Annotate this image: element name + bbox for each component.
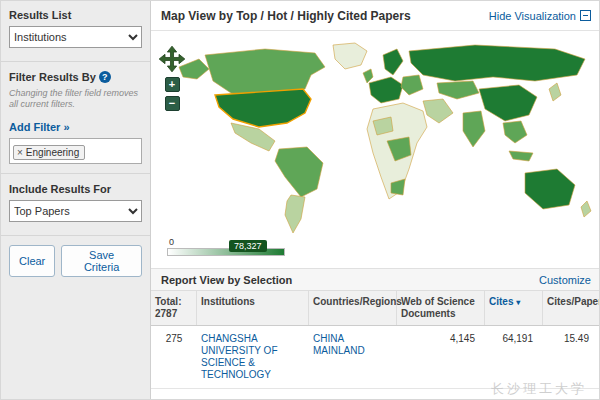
- sidebar-divider: [1, 61, 150, 62]
- cell-cites-per-paper: 15.49: [543, 326, 599, 388]
- cell-total: 275: [151, 326, 197, 388]
- map-region-greenland[interactable]: [333, 43, 367, 69]
- column-header-institutions: Institutions: [197, 291, 309, 325]
- map-region-scandinavia[interactable]: [383, 49, 403, 75]
- customize-link[interactable]: Customize: [539, 274, 591, 286]
- map-header: Map View by Top / Hot / Highly Cited Pap…: [151, 1, 600, 31]
- include-results-label: Include Results For: [9, 183, 142, 195]
- table-header-row: Total: 2787 Institutions Countries/Regio…: [151, 291, 600, 326]
- include-results-select[interactable]: Top Papers: [9, 200, 142, 222]
- map-region-argentina[interactable]: [285, 195, 305, 233]
- cell-country-link[interactable]: CHINA MAINLAND: [309, 326, 397, 388]
- map-region-india[interactable]: [463, 111, 485, 147]
- watermark-text: 长沙理工大学: [491, 380, 587, 398]
- save-criteria-button[interactable]: Save Criteria: [61, 245, 142, 277]
- hide-visualization-label: Hide Visualization: [489, 10, 576, 22]
- column-header-cites-per-paper: Cites/Paper: [543, 291, 599, 325]
- map-region-east-europe[interactable]: [401, 75, 423, 95]
- map-controls: + −: [157, 45, 187, 111]
- map-region-australia[interactable]: [525, 169, 575, 209]
- map-legend: 0 78,327: [167, 242, 317, 258]
- zoom-in-button[interactable]: +: [165, 77, 180, 92]
- legend-min-value: 0: [169, 237, 174, 247]
- map-region-japan[interactable]: [549, 83, 561, 101]
- map-region-new-zealand[interactable]: [581, 201, 591, 217]
- map-region-russia[interactable]: [409, 45, 585, 81]
- clear-button[interactable]: Clear: [9, 245, 55, 277]
- filter-tag-label: Engineering: [26, 147, 79, 158]
- map-region-middle-east[interactable]: [423, 99, 453, 123]
- sidebar: Results List Institutions Filter Results…: [1, 1, 151, 400]
- sort-desc-icon: ▾: [516, 298, 520, 307]
- esi-app-window: Results List Institutions Filter Results…: [0, 0, 600, 400]
- add-filter-link[interactable]: Add Filter »: [9, 121, 70, 133]
- column-header-total: Total: 2787: [151, 291, 197, 325]
- main-panel: Map View by Top / Hot / Highly Cited Pap…: [151, 1, 600, 400]
- column-header-cites-label: Cites: [489, 296, 513, 307]
- zoom-out-button[interactable]: −: [165, 96, 180, 111]
- pan-control[interactable]: [158, 45, 186, 73]
- legend-gradient-bar: [167, 248, 285, 256]
- map-region-se-asia[interactable]: [503, 121, 527, 143]
- filter-note: Changing the filter field removes all cu…: [9, 88, 142, 111]
- report-header: Report View by Selection Customize: [151, 269, 600, 291]
- map-region-canada[interactable]: [205, 49, 325, 95]
- map-region-uk[interactable]: [363, 69, 373, 83]
- remove-filter-icon[interactable]: ×: [17, 147, 23, 158]
- map-visualization: + −: [151, 31, 600, 269]
- filter-by-label: Filter Results By?: [9, 71, 142, 83]
- help-icon[interactable]: ?: [99, 71, 111, 83]
- collapse-icon: [580, 10, 591, 21]
- map-region-usa[interactable]: [215, 89, 311, 127]
- sidebar-divider: [1, 235, 150, 236]
- sidebar-buttons: Clear Save Criteria: [9, 245, 142, 277]
- map-region-brazil[interactable]: [275, 147, 323, 197]
- cell-institution-link[interactable]: CHANGSHA UNIVERSITY OF SCIENCE & TECHNOL…: [197, 326, 309, 388]
- active-filters-box: × Engineering: [9, 138, 142, 164]
- filter-by-label-text: Filter Results By: [9, 71, 96, 83]
- cell-cites: 64,191: [485, 326, 543, 388]
- map-region-europe[interactable]: [369, 77, 403, 103]
- filter-tag-engineering[interactable]: × Engineering: [13, 145, 85, 160]
- map-region-indonesia[interactable]: [509, 151, 533, 161]
- results-list-select[interactable]: Institutions: [9, 26, 142, 48]
- column-header-countries: Countries/Regions: [309, 291, 397, 325]
- column-header-cites-sort[interactable]: Cites ▾: [485, 291, 543, 325]
- map-view-title: Map View by Top / Hot / Highly Cited Pap…: [161, 9, 411, 23]
- map-region-kazakhstan[interactable]: [437, 81, 479, 99]
- hide-visualization-link[interactable]: Hide Visualization: [489, 10, 591, 22]
- cell-documents: 4,145: [397, 326, 485, 388]
- report-view-title: Report View by Selection: [161, 274, 292, 286]
- map-region-mexico[interactable]: [231, 123, 275, 151]
- results-list-label: Results List: [9, 9, 142, 21]
- map-region-china[interactable]: [479, 85, 537, 121]
- world-map-choropleth[interactable]: [175, 41, 595, 239]
- sidebar-divider: [1, 173, 150, 174]
- legend-max-value: 78,327: [229, 240, 267, 252]
- column-header-documents: Web of Science Documents: [397, 291, 485, 325]
